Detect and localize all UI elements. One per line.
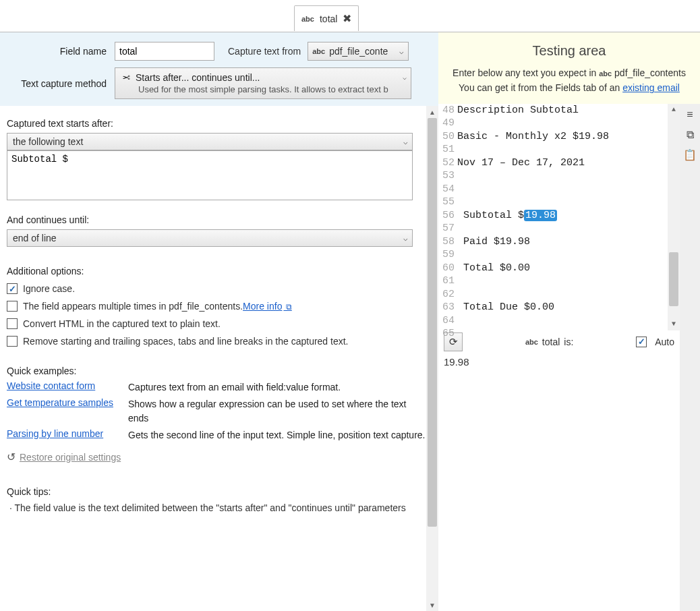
- chevron-down-icon: ⌵: [403, 138, 408, 146]
- additional-options-label: Additional options:: [7, 266, 429, 277]
- restore-settings-link[interactable]: Restore original settings: [20, 452, 121, 463]
- external-link-icon: ⧉: [283, 302, 291, 312]
- chevron-down-icon: ⌵: [403, 234, 408, 243]
- existing-email-link[interactable]: existing email: [622, 82, 680, 93]
- starts-after-label: Captured text starts after:: [7, 118, 429, 129]
- capture-method-title: Starts after... continues until...: [136, 72, 260, 83]
- scroll-down-icon[interactable]: ▼: [668, 318, 680, 330]
- example-link[interactable]: Parsing by line number: [7, 428, 103, 439]
- multiple-times-label: The field appears multiple times in pdf_…: [23, 301, 243, 312]
- tip-item: The field value is the text delimited be…: [7, 501, 429, 515]
- left-scrollbar[interactable]: ▲ ▼: [426, 106, 438, 611]
- example-description: Captures text from an email with field:v…: [128, 380, 429, 395]
- close-icon[interactable]: ✖: [343, 13, 351, 24]
- continues-until-mode-value: end of line: [13, 233, 57, 243]
- more-info-link[interactable]: More info ⧉: [243, 301, 292, 312]
- capture-from-label: Capture text from: [228, 46, 301, 57]
- convert-html-label: Convert HTML in the captured text to pla…: [23, 318, 221, 329]
- capture-method-label: Text capture method: [7, 78, 115, 89]
- scissors-icon: ✂: [122, 72, 130, 83]
- capture-method-select[interactable]: ✂ Starts after... continues until... Use…: [115, 67, 411, 99]
- menu-button[interactable]: ≡: [680, 105, 699, 124]
- example-link[interactable]: Get temperature samples: [7, 397, 113, 408]
- undo-icon: ↺: [7, 450, 16, 463]
- editor-scrollbar[interactable]: ▲ ▼: [668, 104, 680, 330]
- field-tab[interactable]: abc total ✖: [294, 5, 359, 31]
- starts-after-mode-value: the following text: [13, 136, 83, 147]
- trim-label: Remove starting and trailing spaces, tab…: [23, 336, 349, 347]
- quick-examples-label: Quick examples:: [7, 366, 429, 376]
- scroll-up-icon[interactable]: ▲: [426, 106, 438, 118]
- multiple-times-checkbox[interactable]: [7, 301, 18, 312]
- capture-from-select[interactable]: abc pdf_file_conte ⌵: [308, 42, 409, 61]
- scroll-down-icon[interactable]: ▼: [426, 599, 438, 611]
- test-text-editor[interactable]: 484950515253545556575859606162636465 Des…: [438, 104, 680, 330]
- capture-method-description: Used for the most simple parsing tasks. …: [138, 84, 404, 94]
- trim-checkbox[interactable]: [7, 336, 18, 347]
- quick-tips-label: Quick tips:: [7, 486, 429, 497]
- paste-icon: 📋: [683, 148, 697, 161]
- abc-icon: abc: [301, 15, 314, 23]
- continues-until-label: And continues until:: [7, 214, 429, 225]
- copy-button[interactable]: ⧉: [680, 125, 699, 144]
- testing-area-title: Testing area: [448, 43, 691, 59]
- ignore-case-checkbox[interactable]: [7, 283, 18, 294]
- example-description: Gets the second line of the input text. …: [128, 428, 429, 442]
- chevron-down-icon: ⌵: [403, 74, 407, 81]
- ignore-case-label: Ignore case.: [23, 283, 75, 294]
- capture-from-value: pdf_file_conte: [329, 46, 388, 57]
- hamburger-icon: ≡: [687, 109, 693, 121]
- copy-icon: ⧉: [687, 129, 694, 141]
- convert-html-checkbox[interactable]: [7, 318, 18, 329]
- continues-until-mode-select[interactable]: end of line ⌵: [7, 229, 413, 247]
- starts-after-mode-select[interactable]: the following text ⌵: [7, 133, 413, 150]
- scroll-up-icon[interactable]: ▲: [668, 104, 680, 116]
- field-name-label: Field name: [7, 46, 115, 57]
- starts-after-text-input[interactable]: Subtotal $: [7, 150, 413, 200]
- example-description: Shows how a regular expression can be us…: [128, 397, 429, 426]
- result-value: 19.98: [438, 353, 680, 611]
- field-settings-header: Field name Capture text from abc pdf_fil…: [0, 32, 438, 106]
- abc-icon: abc: [312, 47, 325, 55]
- chevron-down-icon: ⌵: [399, 47, 404, 56]
- testing-area-subtitle: Enter below any text you expect in abc p…: [448, 65, 691, 96]
- abc-icon: abc: [599, 69, 612, 78]
- example-link[interactable]: Website contact form: [7, 380, 95, 391]
- paste-button[interactable]: 📋: [680, 146, 699, 165]
- field-name-input[interactable]: [115, 42, 214, 61]
- tab-title: total: [320, 13, 337, 24]
